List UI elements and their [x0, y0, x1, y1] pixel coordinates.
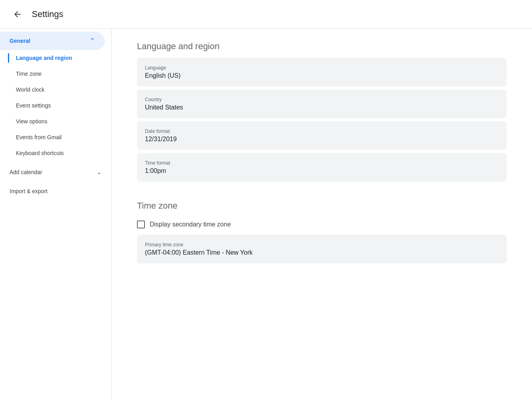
sidebar: General ⌃ Language and region Time zone …: [0, 29, 111, 399]
time-format-value: 1:00pm: [145, 167, 499, 175]
country-field[interactable]: Country United States: [137, 90, 507, 118]
language-value: English (US): [145, 72, 499, 79]
header: Settings: [0, 0, 532, 29]
date-format-field[interactable]: Date format 12/31/2019: [137, 121, 507, 150]
general-section: General ⌃ Language and region Time zone …: [0, 32, 111, 161]
country-label: Country: [145, 97, 499, 102]
main-content: Language and region Language English (US…: [111, 29, 532, 399]
chevron-down-icon: ⌄: [97, 169, 102, 175]
sidebar-item-time-zone[interactable]: Time zone: [0, 66, 111, 82]
time-zone-section: Time zone Display secondary time zone Pr…: [137, 201, 507, 263]
secondary-timezone-checkbox[interactable]: [137, 221, 145, 228]
sidebar-item-world-clock[interactable]: World clock: [0, 82, 111, 98]
sidebar-item-language-region[interactable]: Language and region: [0, 50, 111, 66]
back-icon: [13, 10, 22, 19]
sidebar-item-label: Time zone: [16, 71, 42, 77]
sidebar-item-label: World clock: [16, 86, 44, 93]
sidebar-item-label: Events from Gmail: [16, 134, 62, 140]
sidebar-item-label: View options: [16, 118, 47, 125]
add-calendar-label: Add calendar: [10, 169, 42, 175]
primary-timezone-field[interactable]: Primary time zone (GMT-04:00) Eastern Ti…: [137, 235, 507, 263]
general-label: General: [10, 38, 30, 44]
primary-timezone-label: Primary time zone: [145, 242, 499, 247]
date-format-value: 12/31/2019: [145, 136, 499, 143]
language-label: Language: [145, 65, 499, 71]
time-format-field[interactable]: Time format 1:00pm: [137, 153, 507, 182]
sidebar-item-event-settings[interactable]: Event settings: [0, 98, 111, 113]
time-format-label: Time format: [145, 160, 499, 166]
primary-timezone-value: (GMT-04:00) Eastern Time - New York: [145, 249, 499, 256]
time-zone-title: Time zone: [137, 201, 507, 211]
sidebar-item-keyboard-shortcuts[interactable]: Keyboard shortcuts: [0, 145, 111, 161]
sidebar-item-label: Keyboard shortcuts: [16, 150, 64, 156]
chevron-up-icon: ⌃: [89, 36, 95, 45]
page-title: Settings: [32, 9, 64, 19]
import-export-label: Import & export: [10, 188, 48, 194]
sidebar-item-label: Language and region: [16, 55, 72, 61]
main-layout: General ⌃ Language and region Time zone …: [0, 29, 532, 399]
sidebar-item-add-calendar[interactable]: Add calendar ⌄: [0, 163, 111, 182]
language-region-section: Language and region Language English (US…: [137, 41, 507, 182]
secondary-timezone-label: Display secondary time zone: [150, 221, 231, 228]
language-region-title: Language and region: [137, 41, 507, 52]
back-button[interactable]: [10, 6, 25, 22]
sidebar-item-events-from-gmail[interactable]: Events from Gmail: [0, 129, 111, 145]
language-field[interactable]: Language English (US): [137, 58, 507, 86]
secondary-timezone-checkbox-row[interactable]: Display secondary time zone: [137, 221, 507, 228]
sidebar-item-import-export[interactable]: Import & export: [0, 182, 111, 201]
country-value: United States: [145, 104, 499, 111]
date-format-label: Date format: [145, 129, 499, 134]
sidebar-item-view-options[interactable]: View options: [0, 113, 111, 129]
sidebar-item-label: Event settings: [16, 102, 51, 109]
general-group-header[interactable]: General ⌃: [0, 32, 105, 50]
